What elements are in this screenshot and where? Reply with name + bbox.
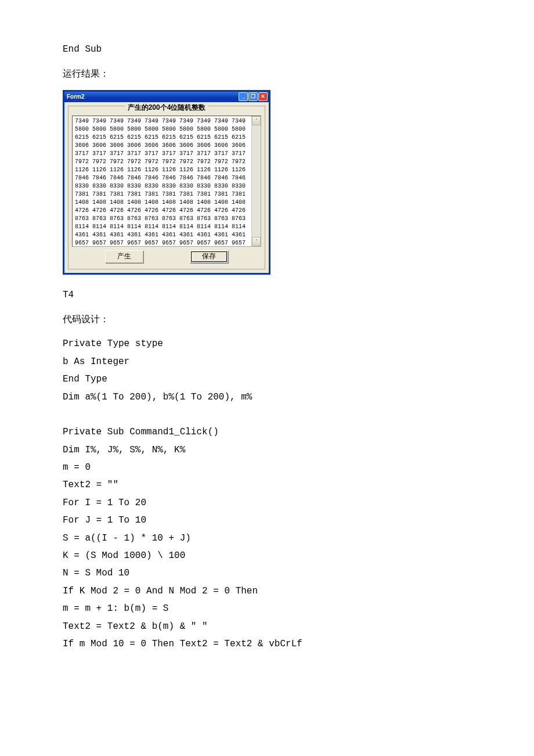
code-line: Dim a%(1 To 200), b%(1 To 200), m% — [63, 388, 471, 406]
t4-label: T4 — [63, 286, 471, 304]
code-block: Private Type stypeb As IntegerEnd TypeDi… — [63, 335, 471, 653]
code-line: Private Type stype — [63, 335, 471, 352]
code-line: For J = 1 To 10 — [63, 512, 471, 529]
output-text: 7349 7349 7349 7349 7349 7349 7349 7349 … — [73, 116, 261, 247]
code-line: Text2 = Text2 & b(m) & " " — [63, 618, 471, 635]
frame-title: 产生的200个4位随机整数 — [68, 101, 265, 114]
code-line: m = 0 — [63, 459, 471, 476]
code-line: If K Mod 2 = 0 And N Mod 2 = 0 Then — [63, 582, 471, 600]
code-line: Private Sub Command1_Click() — [63, 423, 471, 441]
app-window: Form2 _ ❐ ✕ 产生的200个4位随机整数 7349 7349 7349… — [63, 90, 270, 275]
code-line: K = (S Mod 1000) \ 100 — [63, 547, 471, 564]
code-line: End Type — [63, 370, 471, 388]
code-line: Text2 = "" — [63, 476, 471, 494]
result-heading: 运行结果： — [63, 65, 471, 82]
generate-button[interactable]: 产生 — [105, 250, 143, 263]
code-line: For I = 1 To 20 — [63, 494, 471, 512]
code-line — [63, 406, 471, 423]
close-button[interactable]: ✕ — [258, 92, 268, 101]
scroll-down-icon[interactable]: ˅ — [252, 237, 261, 246]
code-line: End Sub — [63, 41, 471, 58]
code-line: m = m + 1: b(m) = S — [63, 600, 471, 617]
code-line: Dim I%, J%, S%, N%, K% — [63, 441, 471, 459]
maximize-button[interactable]: ❐ — [248, 92, 258, 101]
code-line: S = a((I - 1) * 10 + J) — [63, 530, 471, 547]
window-title: Form2 — [67, 91, 85, 102]
code-line: b As Integer — [63, 353, 471, 370]
frame-groupbox: 产生的200个4位随机整数 7349 7349 7349 7349 7349 7… — [68, 106, 265, 269]
scrollbar[interactable]: ˄ ˅ — [251, 116, 261, 246]
save-button[interactable]: 保存 — [190, 250, 228, 263]
scroll-up-icon[interactable]: ˄ — [252, 116, 261, 125]
minimize-button[interactable]: _ — [239, 92, 248, 101]
output-textbox[interactable]: 7349 7349 7349 7349 7349 7349 7349 7349 … — [72, 116, 261, 247]
code-line: N = S Mod 10 — [63, 564, 471, 582]
code-design-heading: 代码设计： — [63, 311, 471, 328]
code-line: If m Mod 10 = 0 Then Text2 = Text2 & vbC… — [63, 635, 471, 653]
